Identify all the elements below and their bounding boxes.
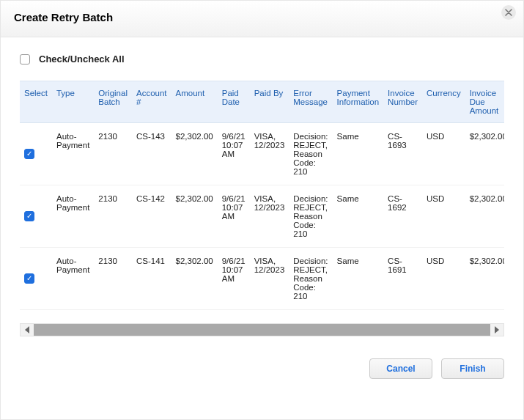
col-invoice-due-amount[interactable]: Invoice Due Amount <box>465 81 504 123</box>
col-type[interactable]: Type <box>52 81 94 123</box>
cell-invoice-due-amount: $2,302.00 <box>465 185 504 248</box>
table-row: Auto-Payment 2130 CS-141 $2,302.00 9/6/2… <box>20 248 504 310</box>
chevron-right-icon <box>495 326 499 334</box>
col-paid-date[interactable]: Paid Date <box>218 81 250 123</box>
cell-account: CS-142 <box>132 185 171 248</box>
cancel-button[interactable]: Cancel <box>369 358 432 379</box>
cell-invoice-number: CS-1691 <box>383 248 422 310</box>
col-original-batch[interactable]: Original Batch <box>94 81 132 123</box>
check-all-row: Check/Uncheck All <box>7 49 517 75</box>
table-scroll[interactable]: Select Type Original Batch Account # Amo… <box>20 81 504 310</box>
table-row: Auto-Payment 2130 CS-142 $2,302.00 9/6/2… <box>20 185 504 248</box>
cell-currency: USD <box>422 248 465 310</box>
cell-currency: USD <box>422 185 465 248</box>
scrollbar-track[interactable] <box>34 324 490 336</box>
cell-original-batch: 2130 <box>94 185 132 248</box>
cell-error-message: Decision: REJECT, Reason Code: 210 <box>289 123 332 185</box>
cell-paid-by: VISA, 12/2023 <box>250 123 289 185</box>
col-payment-information[interactable]: Payment Information <box>333 81 384 123</box>
col-amount[interactable]: Amount <box>171 81 218 123</box>
horizontal-scrollbar[interactable] <box>20 323 504 336</box>
check-all-label: Check/Uncheck All <box>39 54 125 65</box>
dialog-content: Check/Uncheck All Select Type Original B… <box>1 37 523 379</box>
cell-type: Auto-Payment <box>52 248 94 310</box>
row-checkbox[interactable] <box>24 149 34 159</box>
table-row: Auto-Payment 2130 CS-143 $2,302.00 9/6/2… <box>20 123 504 185</box>
col-account[interactable]: Account # <box>132 81 171 123</box>
cell-error-message: Decision: REJECT, Reason Code: 210 <box>289 185 332 248</box>
col-invoice-number[interactable]: Invoice Number <box>383 81 422 123</box>
dialog-header: Create Retry Batch <box>1 1 523 37</box>
retry-batch-table: Select Type Original Batch Account # Amo… <box>20 81 504 310</box>
close-icon <box>505 9 512 16</box>
scroll-left-button[interactable] <box>21 324 34 336</box>
cell-paid-by: VISA, 12/2023 <box>250 248 289 310</box>
cell-account: CS-143 <box>132 123 171 185</box>
cell-invoice-due-amount: $2,302.00 <box>465 248 504 310</box>
chevron-left-icon <box>25 326 29 334</box>
cell-invoice-number: CS-1692 <box>383 185 422 248</box>
col-select[interactable]: Select <box>20 81 52 123</box>
close-button[interactable] <box>501 5 516 20</box>
scroll-right-button[interactable] <box>490 324 503 336</box>
dialog-title: Create Retry Batch <box>14 11 510 23</box>
cell-amount: $2,302.00 <box>171 248 218 310</box>
cell-invoice-number: CS-1693 <box>383 123 422 185</box>
cell-payment-information: Same <box>333 248 384 310</box>
cell-type: Auto-Payment <box>52 185 94 248</box>
dialog-button-row: Cancel Finish <box>7 336 517 379</box>
row-checkbox[interactable] <box>24 273 34 284</box>
cell-type: Auto-Payment <box>52 123 94 185</box>
cell-paid-date: 9/6/21 10:07 AM <box>218 185 250 248</box>
finish-button[interactable]: Finish <box>441 358 504 379</box>
cell-paid-date: 9/6/21 10:07 AM <box>218 123 250 185</box>
cell-original-batch: 2130 <box>94 248 132 310</box>
col-currency[interactable]: Currency <box>422 81 465 123</box>
cell-currency: USD <box>422 123 465 185</box>
check-all-checkbox[interactable] <box>20 54 30 65</box>
cell-paid-date: 9/6/21 10:07 AM <box>218 248 250 310</box>
cell-payment-information: Same <box>333 185 384 248</box>
cell-amount: $2,302.00 <box>171 185 218 248</box>
row-checkbox[interactable] <box>24 211 34 221</box>
cell-payment-information: Same <box>333 123 384 185</box>
col-error-message[interactable]: Error Message <box>289 81 332 123</box>
cell-account: CS-141 <box>132 248 171 310</box>
cell-amount: $2,302.00 <box>171 123 218 185</box>
cell-error-message: Decision: REJECT, Reason Code: 210 <box>289 248 332 310</box>
cell-original-batch: 2130 <box>94 123 132 185</box>
cell-invoice-due-amount: $2,302.00 <box>465 123 504 185</box>
col-paid-by[interactable]: Paid By <box>250 81 289 123</box>
cell-paid-by: VISA, 12/2023 <box>250 185 289 248</box>
table-header-row: Select Type Original Batch Account # Amo… <box>20 81 504 123</box>
